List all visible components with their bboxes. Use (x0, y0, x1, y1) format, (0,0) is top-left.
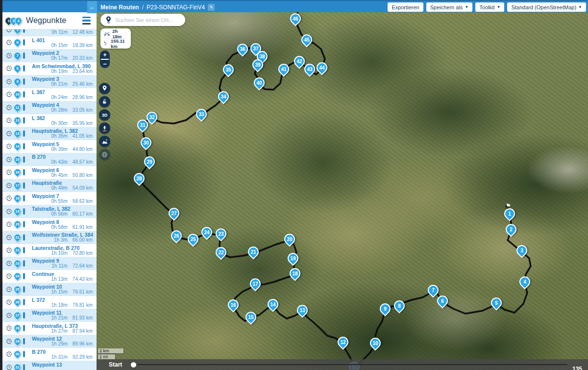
waypoint-row[interactable]: 20 Waypoint 8 0h 58m 61.91 km (2, 218, 97, 231)
map-waypoint-marker-27[interactable]: 27 (169, 208, 179, 219)
drag-handle[interactable] (23, 286, 25, 293)
drag-handle[interactable] (23, 117, 25, 123)
drag-handle[interactable] (23, 338, 25, 345)
waypoint-row[interactable]: 25 Waypoint 10 1h 15m 76.51 km (2, 283, 97, 296)
map-waypoint-marker-10[interactable]: 10 (370, 338, 381, 348)
waypoint-row[interactable]: 26 L 372 1h 18m 79.81 km (2, 296, 97, 309)
topbar-button-toolkit[interactable]: Toolkit▼ (475, 2, 504, 12)
map-waypoint-marker-35[interactable]: 35 (223, 64, 234, 75)
drag-handle[interactable] (23, 364, 25, 370)
waypoint-row[interactable]: 6 L 401 0h 15m 18.39 km (2, 36, 97, 49)
map-waypoint-marker-9[interactable]: 9 (380, 303, 391, 314)
waypoint-row[interactable]: 27 Waypoint 11 1h 21m 81.93 km (2, 309, 97, 322)
map-waypoint-marker-15[interactable]: 15 (245, 312, 256, 322)
edit-route-name-icon[interactable]: ✎ (208, 4, 215, 11)
map-waypoint-marker-26[interactable]: 26 (171, 230, 182, 241)
map-waypoint-marker-42[interactable]: 42 (294, 56, 305, 67)
map-waypoint-marker-17[interactable]: 17 (250, 278, 261, 289)
waypoint-row[interactable]: 15 B 270 0h 43m 48.57 km (2, 153, 97, 166)
map-waypoint-marker-20[interactable]: 20 (284, 234, 295, 245)
map-waypoint-marker-32[interactable]: 32 (147, 112, 157, 123)
map-waypoint-marker-45[interactable]: 45 (301, 34, 312, 45)
drag-handle[interactable] (23, 325, 25, 331)
waypoint-row[interactable]: 28 Hauptstraße, L 373 1h 27m 87.94 km (2, 322, 97, 335)
drag-handle[interactable] (23, 234, 25, 241)
slider-handle[interactable] (131, 362, 136, 368)
map-waypoint-marker-40[interactable]: 40 (254, 77, 265, 88)
topbar-button-standard-openstreetmap-[interactable]: Standard (OpenStreetMap)▼ (507, 2, 586, 12)
waypoint-row[interactable]: 11 Waypoint 4 0h 28m 33.05 km (2, 101, 97, 114)
launch-navigation-button[interactable] (99, 123, 110, 134)
map-waypoint-marker-5[interactable]: 5 (491, 297, 502, 308)
drag-handle[interactable] (23, 247, 25, 253)
waypoint-row[interactable]: 22 Lauterstraße, B 270 1h 10m 70.80 km (2, 244, 97, 257)
zoom-out-button[interactable]: − (100, 60, 110, 68)
waypoint-row[interactable]: 14 Waypoint 5 0h 39m 44.80 km (2, 140, 97, 153)
drag-handle[interactable] (23, 130, 25, 137)
drag-handle[interactable] (23, 273, 25, 279)
route-line[interactable] (139, 12, 531, 369)
breadcrumb-my-routes-link[interactable]: Meine Routen (100, 4, 139, 11)
waypoint-row[interactable]: 10 L 387 0h 24m 28.96 km (2, 88, 97, 101)
map-waypoint-marker-30[interactable]: 30 (141, 137, 151, 148)
drag-handle[interactable] (23, 29, 25, 33)
waypoint-row[interactable]: 13 Hauptstraße, L 382 0h 35m 41.05 km (2, 127, 97, 140)
waypoint-row[interactable]: 21 Wolfsteiner Straße, L 384 1h 3m 66.00… (2, 231, 97, 244)
drag-handle[interactable] (23, 65, 25, 72)
map-waypoint-marker-1[interactable]: 1⚑ (504, 208, 515, 219)
map-waypoint-marker-19[interactable]: 19 (288, 253, 298, 264)
drag-handle[interactable] (23, 299, 25, 305)
map-waypoint-marker-41[interactable]: 41 (278, 64, 289, 74)
menu-icon[interactable] (81, 16, 92, 26)
map-waypoint-marker-39[interactable]: 39 (252, 59, 263, 70)
globe-button[interactable] (99, 149, 110, 160)
waypoint-row[interactable]: 19 Talstraße, L 382 0h 56m 60.17 km (2, 205, 97, 218)
drag-handle[interactable] (23, 221, 25, 227)
waypoint-row[interactable]: 24 Continue 1h 13m 74.43 km (2, 270, 97, 283)
waypoint-row[interactable]: 8 Am Schwimmbad, L 390 0h 19m 23.64 km (2, 62, 97, 75)
waypoint-row[interactable]: 31 Waypoint 13 (2, 361, 97, 370)
map-waypoint-marker-21[interactable]: 21 (248, 247, 259, 257)
drag-handle[interactable] (23, 91, 25, 98)
waypoint-list[interactable]: 5 0h 11m 12.48 km 6 L 401 0h 15m (2, 29, 97, 370)
drag-handle[interactable] (23, 169, 25, 175)
map-waypoint-marker-8[interactable]: 8 (394, 300, 405, 311)
map-waypoint-marker-18[interactable]: 18 (290, 268, 300, 279)
drag-handle[interactable] (23, 156, 25, 163)
waypoint-row[interactable]: 29 Waypoint 12 1h 29m 89.96 km (2, 335, 97, 348)
3d-view-button[interactable]: 3D (99, 109, 110, 121)
waypoint-row[interactable]: 12 L 382 0h 30m 35.95 km (2, 114, 97, 127)
drag-handle[interactable] (23, 195, 25, 201)
waypoint-row[interactable]: 23 Waypoint 9 1h 11m 72.64 km (2, 257, 97, 270)
map-waypoint-marker-34[interactable]: 34 (218, 91, 229, 102)
topbar-button-exportieren[interactable]: Exportieren (388, 2, 423, 12)
map-waypoint-marker-33[interactable]: 33 (196, 109, 207, 120)
waypoint-row[interactable]: 7 Waypoint 2 0h 17m 20.33 km (2, 49, 97, 62)
map-waypoint-marker-23[interactable]: 23 (216, 228, 226, 239)
map-waypoint-marker-12[interactable]: 12 (338, 337, 348, 347)
map-waypoint-marker-4[interactable]: 4 (519, 276, 530, 287)
drag-handle[interactable] (23, 351, 25, 357)
map-waypoint-marker-14[interactable]: 14 (268, 299, 278, 310)
drag-handle[interactable] (23, 208, 25, 215)
drag-handle[interactable] (23, 182, 25, 189)
zoom-in-button[interactable]: + (100, 50, 110, 59)
waypoint-row[interactable]: 17 Hauptstraße 0h 49m 54.09 km (2, 179, 97, 192)
map-waypoint-marker-36[interactable]: 36 (237, 44, 248, 54)
search-input[interactable] (115, 17, 180, 23)
map-waypoint-marker-44[interactable]: 44 (317, 62, 327, 73)
lock-map-button[interactable] (99, 96, 110, 107)
back-button[interactable]: ← (87, 1, 97, 13)
map-waypoint-marker-24[interactable]: 24 (201, 227, 212, 238)
map-waypoint-marker-28[interactable]: 28 (134, 173, 145, 184)
map-waypoint-marker-3[interactable]: 3 (516, 245, 527, 256)
drag-handle[interactable] (23, 39, 25, 46)
waypoint-row[interactable]: 5 0h 11m 12.48 km (2, 29, 97, 36)
drag-handle[interactable] (23, 104, 25, 111)
drag-handle[interactable] (23, 78, 25, 85)
drag-handle[interactable] (23, 52, 25, 59)
waypoint-row[interactable]: 18 Waypoint 7 0h 55m 58.62 km (2, 192, 97, 205)
map-waypoint-marker-29[interactable]: 29 (144, 156, 155, 167)
map-canvas[interactable]: 1⚑23456789101112131415161718192021222324… (97, 12, 588, 370)
drag-handle[interactable] (23, 143, 25, 149)
